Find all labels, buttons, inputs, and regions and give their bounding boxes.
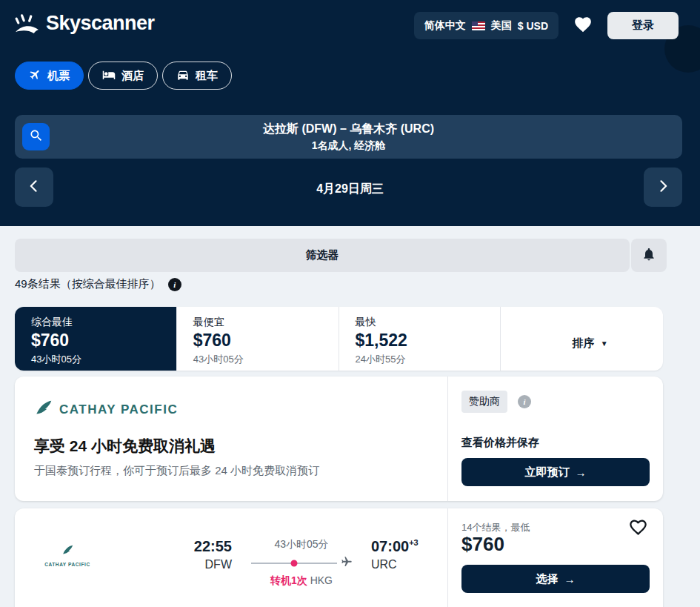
sort-tabs: 综合最佳 $760 43小时05分 最便宜 $760 43小时05分 最快 $1… [15,307,663,371]
nav-flights-label: 机票 [47,69,70,83]
sort-tab-duration: 43小时05分 [31,353,176,366]
leg-line [251,563,337,564]
sort-tab-duration: 43小时05分 [193,353,339,366]
search-route: 达拉斯 (DFW) – 乌鲁木齐 (URC) [263,122,434,137]
price-alert-button[interactable] [631,239,667,272]
book-now-label: 立即预订 [525,465,570,480]
airline-name: CATHAY PACIFIC [44,562,90,567]
us-flag-icon [472,21,485,30]
leg-duration: 43小时05分 [274,538,328,551]
plane-right-icon [341,556,353,571]
select-flight-button[interactable]: 选择 → [461,565,650,593]
sort-dropdown-label: 排序 [573,336,595,351]
stopover-airport: HKG [310,574,333,586]
sponsored-card-actions: 赞助商 i 查看价格并保存 立即预订 → [448,377,663,501]
book-now-button[interactable]: 立即预订 → [461,458,650,486]
car-icon [176,68,190,84]
arrow-right-icon: → [564,573,576,586]
sponsored-subtitle: 于国泰预订行程，你可于预订后最多 24 小时免费取消预订 [34,464,319,478]
plane-icon [29,68,41,83]
locale-selector-button[interactable]: 简体中文 美国 $ USD [414,12,559,39]
results-summary-text: 49条结果（按综合最佳排序） [15,277,161,291]
arrival-airport: URC [371,558,397,571]
departure-airport: DFW [205,558,232,571]
search-summary: 达拉斯 (DFW) – 乌鲁木齐 (URC) 1名成人, 经济舱 [15,115,682,159]
locale-currency: $ USD [518,20,548,32]
sort-tab-label: 最快 [356,316,501,329]
product-nav: 机票 酒店 租车 [15,62,232,90]
saved-heart-button[interactable] [573,15,593,36]
cathay-pacific-wordmark: CATHAY PACIFIC [59,402,178,417]
header-controls: 简体中文 美国 $ USD 登录 [414,12,679,39]
flight-result-card[interactable]: CATHAY PACIFIC 22:55 DFW 43小时05分 [15,508,663,607]
nav-flights[interactable]: 机票 [15,62,84,90]
heart-outline-icon [628,528,648,540]
sort-tab-price: $760 [31,331,176,351]
sort-tab-price: $1,522 [356,331,501,351]
itinerary: 22:55 DFW 43小时05分 转机1次 [181,538,419,588]
cathay-brushwing-icon [34,399,53,421]
locale-language: 简体中文 [424,19,466,33]
flight-itinerary-pane: CATHAY PACIFIC 22:55 DFW 43小时05分 [15,508,448,607]
sort-tab-label: 最便宜 [193,316,339,329]
sponsored-card: CATHAY PACIFIC 享受 24 小时免费取消礼遇 于国泰预订行程，你可… [15,377,663,501]
info-icon[interactable]: i [168,278,181,291]
header: Skyscanner 简体中文 美国 $ USD 登录 [0,0,700,226]
cathay-pacific-logo-small: CATHAY PACIFIC [43,544,92,567]
bell-icon [641,247,656,264]
bed-icon [102,68,116,84]
sort-tab-best[interactable]: 综合最佳 $760 43小时05分 [15,307,177,371]
login-button[interactable]: 登录 [607,12,679,39]
search-summary-bar[interactable]: 达拉斯 (DFW) – 乌鲁木齐 (URC) 1名成人, 经济舱 [15,115,682,159]
locale-country: 美国 [491,19,512,33]
sort-tab-cheapest[interactable]: 最便宜 $760 43小时05分 [177,307,339,371]
flight-price-pane: 14个结果，最低 $760 选择 → [448,508,663,607]
search-travelers: 1名成人, 经济舱 [312,139,386,153]
sort-tab-price: $760 [193,331,339,351]
skyscanner-sun-icon [15,13,40,35]
save-flight-heart-button[interactable] [628,517,648,540]
arrival-day-offset: +3 [409,538,419,547]
chevron-right-icon [656,179,670,196]
stops-info: 转机1次 HKG [270,574,333,588]
sponsored-info-icon[interactable]: i [518,395,531,408]
cathay-pacific-logo: CATHAY PACIFIC [34,399,178,421]
sponsored-badge-row: 赞助商 i [461,391,531,413]
skyscanner-results-page: Skyscanner 简体中文 美国 $ USD 登录 [0,0,700,607]
brand-name: Skyscanner [46,12,155,35]
skyscanner-logo[interactable]: Skyscanner [15,12,155,35]
sponsored-cta-caption: 查看价格并保存 [461,436,539,450]
nav-car-rental[interactable]: 租车 [162,62,232,90]
sponsored-badge: 赞助商 [461,391,507,413]
sponsored-title: 享受 24 小时免费取消礼遇 [34,436,216,457]
sort-tab-fastest[interactable]: 最快 $1,522 24小时55分 [339,307,501,371]
cathay-brushwing-icon [61,544,74,560]
nav-hotels-label: 酒店 [121,69,144,83]
arrow-right-icon: → [576,466,587,479]
current-date-label: 4月29日周三 [0,182,700,197]
select-label: 选择 [536,572,559,586]
sort-dropdown[interactable]: 排序 ▼ [501,307,663,371]
sort-tab-duration: 24小时55分 [356,353,501,366]
sort-tab-label: 综合最佳 [31,316,176,329]
filters-button[interactable]: 筛选器 [15,239,630,272]
departure-block: 22:55 DFW [181,538,232,571]
results-summary: 49条结果（按综合最佳排序） i [15,277,181,291]
departure-time: 22:55 [194,538,232,555]
caret-down-icon: ▼ [601,339,608,348]
leg-line-row [242,556,361,571]
nav-car-rental-label: 租车 [196,69,218,83]
leg-middle: 43小时05分 转机1次 HKG [242,538,361,588]
arrival-block: 07:00+3 URC [371,538,419,571]
stop-dot-icon [290,560,297,567]
arrival-time: 07:00+3 [371,538,419,555]
next-day-button[interactable] [644,167,682,207]
heart-icon [573,15,593,36]
nav-hotels[interactable]: 酒店 [88,62,158,90]
sponsored-card-content: CATHAY PACIFIC 享受 24 小时免费取消礼遇 于国泰预订行程，你可… [15,377,448,501]
stops-count: 转机1次 [270,574,307,586]
flight-price: $760 [461,533,504,556]
